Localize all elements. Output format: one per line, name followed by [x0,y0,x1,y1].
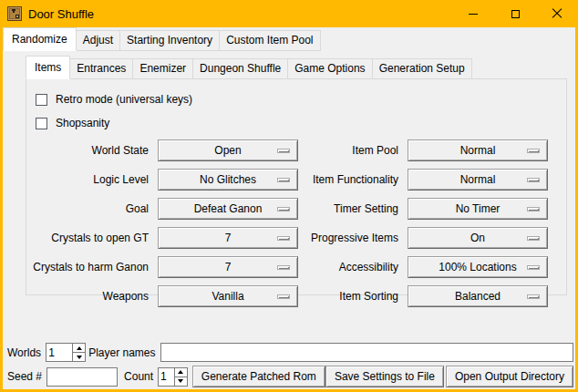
weapons-label: Weapons [26,290,149,303]
dropdown-value: 7 [225,261,232,273]
dropdown-progressive-items[interactable]: On [408,227,548,249]
dropdown-indicator-icon [527,265,540,270]
minimize-button[interactable] [452,0,494,27]
spin-down-icon [77,356,82,359]
tab-randomize[interactable]: Randomize [3,27,77,51]
dropdown-goal[interactable]: Defeat Ganon [158,198,298,220]
dropdown-indicator-icon [527,149,540,153]
dropdown-value: 7 [225,232,232,244]
window-body: Randomize Adjust Starting Inventory Cust… [3,27,575,389]
worlds-input[interactable] [46,344,72,361]
dropdown-value: Balanced [455,290,501,303]
dropdown-accessibility[interactable]: 100% Locations [408,256,548,278]
checkbox-shopsanity[interactable]: Shopsanity [36,111,566,135]
maximize-icon [511,10,520,18]
count-stepper-arrows [174,368,187,386]
player-names-input[interactable] [160,343,574,362]
accessibility-label: Accessibility [307,261,398,273]
items-tab-panel: Retro mode (universal keys) Shopsanity W… [26,78,567,295]
timer-setting-label: Timer Setting [307,202,398,215]
checkbox-box-icon[interactable] [36,118,47,129]
tab-items[interactable]: Items [26,56,70,79]
checkbox-retro-mode[interactable]: Retro mode (universal keys) [36,88,566,111]
sub-tab-bar: Items Entrances Enemizer Dungeon Shuffle… [26,56,575,79]
save-settings-button[interactable]: Save Settings to File [325,366,444,387]
logic-level-label: Logic Level [26,173,149,186]
tab-enemizer[interactable]: Enemizer [132,58,193,79]
spin-down-button[interactable] [175,377,187,386]
item-pool-label: Item Pool [307,144,398,157]
count-stepper[interactable] [158,367,188,387]
generate-patched-rom-button[interactable]: Generate Patched Rom [192,366,325,387]
dropdown-logic-level[interactable]: No Glitches [158,169,298,191]
dropdown-value: Vanilla [212,290,243,303]
dropdown-world-state[interactable]: Open [158,139,298,161]
tab-dungeon-shuffle[interactable]: Dungeon Shuffle [192,58,288,79]
dropdown-item-pool[interactable]: Normal [408,139,548,161]
count-input[interactable] [159,368,174,386]
dropdown-indicator-icon [527,294,540,299]
checkbox-label: Retro mode (universal keys) [56,93,192,106]
dropdown-item-sorting[interactable]: Balanced [408,285,548,307]
dropdown-indicator-icon [277,294,290,299]
minimize-icon [469,14,478,15]
dropdown-value: No Timer [456,202,501,215]
dropdown-weapons[interactable]: Vanilla [158,285,298,307]
dropdown-crystals-gt[interactable]: 7 [158,227,298,249]
dropdown-value: Normal [460,144,496,157]
dropdown-indicator-icon [527,236,540,241]
dropdown-timer-setting[interactable]: No Timer [408,198,548,220]
seed-row: Seed # Count Generate Patched Rom Save S… [5,366,573,387]
tab-entrances[interactable]: Entrances [69,58,133,79]
window-controls [452,0,578,27]
checkbox-section: Retro mode (universal keys) Shopsanity [26,79,566,135]
bottom-bar: Worlds Player names Seed # Count [5,343,573,387]
app-icon [7,6,22,21]
dropdown-indicator-icon [277,178,290,182]
count-label: Count [124,370,153,383]
randomize-panel: Items Entrances Enemizer Dungeon Shuffle… [26,56,575,295]
tab-custom-item-pool[interactable]: Custom Item Pool [219,30,320,51]
titlebar[interactable]: Door Shuffle [0,0,578,27]
dropdown-indicator-icon [277,207,290,211]
app-window: Door Shuffle Randomize Adjust Starting I… [0,0,578,392]
dropdown-value: Open [214,144,241,157]
goal-label: Goal [26,202,149,215]
dropdown-indicator-icon [527,178,540,182]
dropdown-crystals-ganon[interactable]: 7 [158,256,298,278]
dropdown-value: 100% Locations [439,261,516,273]
progressive-items-label: Progressive Items [307,232,398,244]
item-functionality-label: Item Functionality [307,173,398,186]
bottom-right-buttons: Save Settings to File Open Output Direct… [325,366,573,387]
dropdown-value: No Glitches [200,173,256,186]
dropdown-value: On [470,232,485,244]
spin-up-button[interactable] [73,344,85,353]
world-state-label: World State [26,144,149,157]
tab-starting-inventory[interactable]: Starting Inventory [119,30,220,51]
main-tab-bar: Randomize Adjust Starting Inventory Cust… [3,27,575,51]
checkbox-label: Shopsanity [56,117,109,129]
tab-generation-setup[interactable]: Generation Setup [372,58,472,79]
open-output-directory-button[interactable]: Open Output Directory [446,366,573,387]
spin-down-button[interactable] [73,353,85,361]
options-grid: World State Open Item Pool Normal Logic … [26,139,566,307]
dropdown-indicator-icon [277,149,290,153]
crystals-gt-label: Crystals to open GT [26,232,149,244]
worlds-stepper-arrows [72,344,85,361]
tab-adjust[interactable]: Adjust [76,30,120,51]
seed-input[interactable] [46,367,118,387]
maximize-button[interactable] [494,0,536,27]
worlds-row: Worlds Player names [5,343,573,362]
close-icon [552,8,563,19]
spin-up-icon [178,370,183,374]
dropdown-indicator-icon [277,236,290,241]
dropdown-item-functionality[interactable]: Normal [408,169,548,191]
tab-game-options[interactable]: Game Options [287,58,372,79]
seed-label: Seed # [7,370,42,383]
spin-up-button[interactable] [175,368,187,377]
close-button[interactable] [536,0,578,27]
crystals-ganon-label: Crystals to harm Ganon [26,261,149,273]
spin-up-icon [77,346,82,350]
worlds-stepper[interactable] [46,343,86,362]
checkbox-box-icon[interactable] [36,94,47,106]
